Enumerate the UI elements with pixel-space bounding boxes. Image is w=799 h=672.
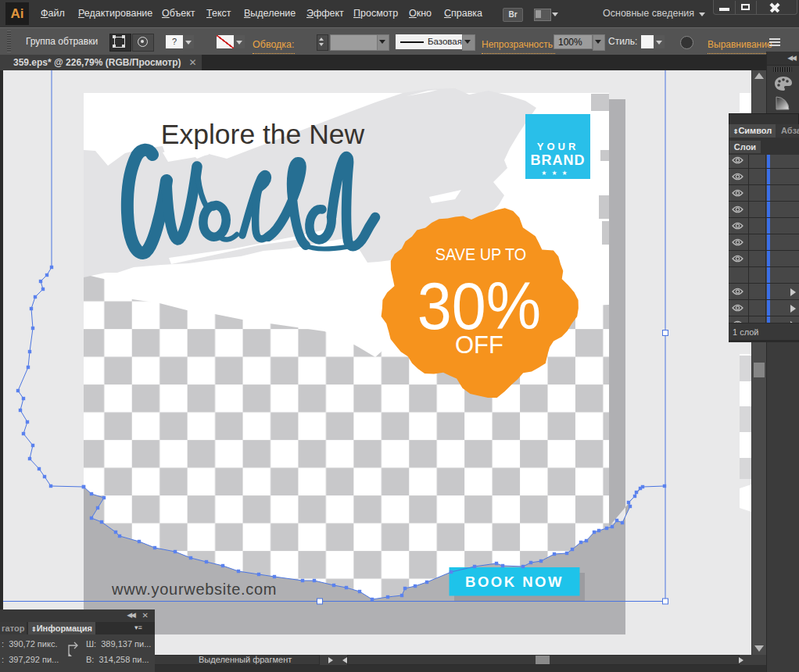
svg-text:BOOK NOW: BOOK NOW — [465, 574, 564, 590]
svg-text:Explore the New: Explore the New — [161, 119, 365, 150]
svg-text:OFF: OFF — [455, 331, 503, 359]
svg-text:BRAND: BRAND — [531, 152, 586, 168]
svg-text:SAVE UP TO: SAVE UP TO — [435, 245, 526, 263]
svg-text:YOUR: YOUR — [537, 141, 579, 152]
svg-text:★★★: ★★★ — [541, 170, 572, 177]
svg-text:www.yourwebsite.com: www.yourwebsite.com — [111, 581, 277, 598]
